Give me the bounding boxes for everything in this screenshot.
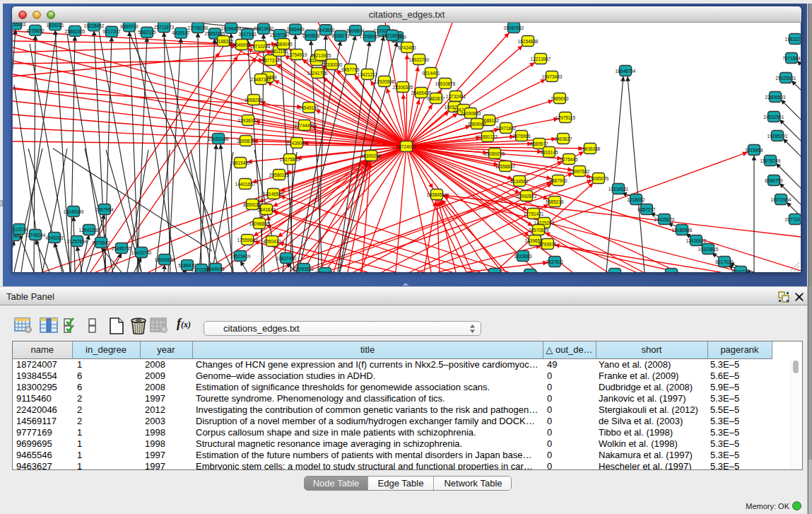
svg-text:18724007: 18724007 (396, 144, 417, 149)
svg-text:16213925: 16213925 (311, 53, 331, 58)
svg-text:9875847: 9875847 (92, 240, 110, 245)
svg-text:6482877: 6482877 (427, 96, 445, 101)
svg-text:2876966: 2876966 (512, 134, 531, 139)
svg-text:1218062: 1218062 (627, 197, 645, 202)
svg-text:8336273: 8336273 (331, 33, 350, 38)
svg-text:8685577: 8685577 (530, 141, 548, 146)
svg-text:3395870: 3395870 (237, 139, 255, 144)
svg-text:22744459: 22744459 (295, 123, 315, 128)
svg-text:5641643: 5641643 (257, 207, 276, 212)
svg-text:21439044: 21439044 (287, 141, 307, 146)
svg-text:22806503: 22806503 (765, 95, 786, 100)
svg-text:22455603: 22455603 (13, 23, 26, 27)
svg-text:19832259: 19832259 (785, 37, 801, 42)
svg-text:16510878: 16510878 (435, 81, 456, 86)
svg-text:4439167: 4439167 (172, 30, 190, 35)
svg-text:13241736: 13241736 (307, 71, 328, 76)
svg-text:18922760: 18922760 (409, 57, 430, 62)
svg-text:17751421: 17751421 (524, 211, 544, 216)
svg-text:9463627: 9463627 (554, 136, 572, 141)
svg-text:14401657: 14401657 (235, 182, 256, 187)
svg-text:4735650: 4735650 (26, 28, 45, 33)
svg-text:4389045: 4389045 (274, 42, 293, 47)
svg-text:13732411: 13732411 (446, 94, 466, 99)
svg-text:16415740: 16415740 (131, 250, 152, 255)
svg-text:3215958: 3215958 (745, 148, 763, 153)
svg-text:13045349: 13045349 (64, 209, 84, 214)
svg-text:22992872: 22992872 (517, 194, 537, 199)
svg-text:6217026: 6217026 (715, 259, 734, 264)
svg-text:9214491: 9214491 (422, 71, 440, 76)
svg-text:5682115: 5682115 (139, 30, 156, 35)
svg-text:1839221: 1839221 (46, 23, 64, 28)
svg-text:15375853: 15375853 (280, 157, 300, 162)
svg-text:25711873: 25711873 (154, 25, 175, 30)
svg-text:9958289: 9958289 (245, 98, 263, 103)
svg-text:24425670: 24425670 (654, 217, 675, 222)
svg-text:7671884: 7671884 (782, 56, 801, 61)
svg-text:3677374: 3677374 (261, 58, 280, 63)
svg-text:3644095: 3644095 (206, 267, 225, 271)
svg-text:6742460: 6742460 (398, 45, 416, 50)
svg-text:25997682: 25997682 (570, 169, 590, 174)
svg-text:6357277: 6357277 (637, 207, 656, 212)
svg-text:13421212: 13421212 (358, 72, 378, 77)
svg-text:10837430: 10837430 (276, 256, 297, 261)
svg-text:18300295: 18300295 (361, 153, 382, 158)
svg-text:25882305: 25882305 (65, 29, 86, 34)
svg-text:12213967: 12213967 (531, 57, 551, 62)
svg-text:23706266: 23706266 (188, 25, 208, 30)
svg-text:19384554: 19384554 (427, 192, 447, 197)
svg-text:3333883: 3333883 (514, 254, 532, 259)
svg-text:10973493: 10973493 (542, 74, 563, 79)
svg-text:10334531: 10334531 (608, 187, 629, 192)
svg-text:24532561: 24532561 (764, 115, 784, 119)
svg-text:7452134: 7452134 (606, 271, 624, 272)
svg-text:20580115: 20580115 (269, 173, 290, 177)
svg-text:18992829: 18992829 (155, 257, 175, 262)
svg-text:20087682: 20087682 (504, 25, 524, 30)
svg-text:8806804: 8806804 (346, 28, 365, 33)
svg-text:6457765: 6457765 (341, 67, 360, 72)
svg-text:16154838: 16154838 (518, 39, 539, 44)
svg-text:19836388: 19836388 (580, 146, 601, 151)
svg-text:23971842: 23971842 (496, 126, 517, 131)
svg-text:1999828: 1999828 (302, 33, 320, 38)
svg-text:9217207: 9217207 (102, 29, 121, 34)
svg-text:17956909: 17956909 (360, 34, 380, 39)
svg-text:11558837: 11558837 (495, 164, 516, 169)
svg-text:22093651: 22093651 (294, 267, 314, 271)
svg-text:7485063: 7485063 (551, 96, 569, 101)
svg-text:24090883: 24090883 (461, 111, 481, 116)
svg-text:8359183: 8359183 (243, 202, 261, 207)
svg-text:20772475: 20772475 (785, 217, 801, 222)
svg-text:4050413: 4050413 (263, 239, 281, 244)
svg-text:13134457: 13134457 (485, 271, 505, 272)
svg-text:19218506: 19218506 (382, 33, 403, 38)
svg-text:12541238: 12541238 (79, 228, 100, 233)
svg-text:8369062: 8369062 (468, 122, 486, 127)
svg-text:4245263: 4245263 (45, 235, 64, 240)
svg-text:21754078: 21754078 (315, 271, 336, 272)
svg-text:12416912: 12416912 (686, 238, 707, 243)
svg-text:20615450: 20615450 (230, 160, 251, 165)
svg-text:3917183: 3917183 (238, 32, 257, 37)
svg-text:25485735: 25485735 (112, 246, 132, 251)
svg-text:2066449: 2066449 (286, 27, 305, 32)
svg-text:5793975: 5793975 (539, 242, 557, 247)
svg-text:15180586: 15180586 (672, 228, 693, 233)
svg-text:15076749: 15076749 (760, 158, 781, 163)
svg-text:15157347: 15157347 (270, 33, 290, 37)
svg-text:11881122: 11881122 (478, 134, 498, 139)
svg-text:23936053: 23936053 (238, 118, 259, 123)
svg-text:24641507: 24641507 (661, 271, 682, 272)
svg-text:23188315: 23188315 (213, 39, 234, 44)
svg-text:13146585: 13146585 (264, 192, 284, 197)
svg-text:5685216: 5685216 (546, 199, 564, 204)
svg-text:12975115: 12975115 (555, 115, 576, 120)
svg-text:10710248: 10710248 (250, 44, 271, 49)
svg-text:8134562: 8134562 (510, 179, 529, 184)
svg-text:8646997: 8646997 (233, 42, 251, 47)
svg-text:13754919: 13754919 (287, 52, 307, 57)
svg-text:25465435: 25465435 (411, 90, 432, 95)
